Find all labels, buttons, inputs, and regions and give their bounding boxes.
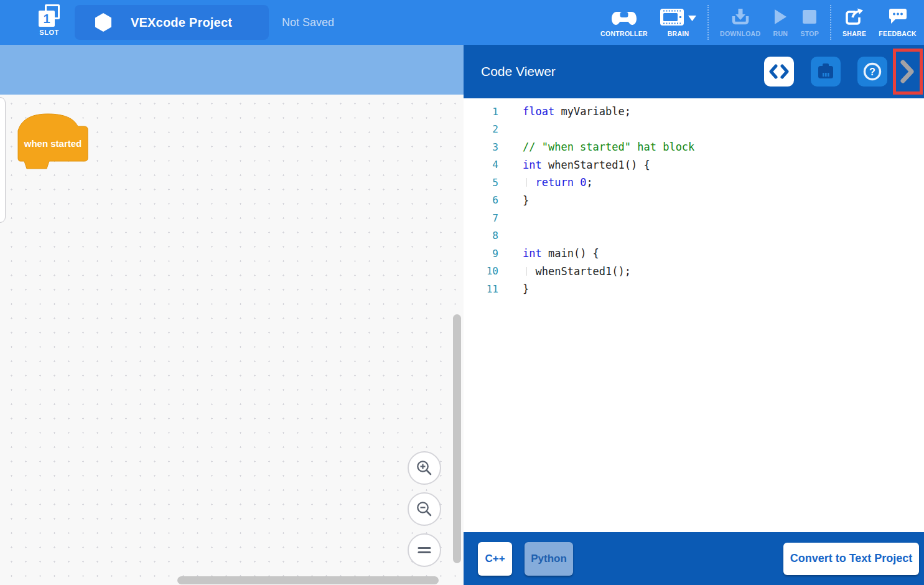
code-text: }	[498, 283, 529, 295]
feedback-button[interactable]: FEEDBACK	[879, 7, 917, 37]
controller-icon	[612, 9, 637, 27]
brain-label: BRAIN	[668, 30, 689, 37]
top-toolbar: 1 SLOT VEXcode Project Not Saved CONTROL…	[0, 0, 924, 45]
code-line: 8	[464, 227, 924, 245]
highlight-red-box	[893, 49, 923, 95]
code-text: // "when started" hat block	[498, 141, 694, 153]
code-text: }	[498, 194, 529, 207]
stop-label: STOP	[800, 30, 819, 37]
line-number: 6	[464, 194, 498, 206]
code-viewer-title: Code Viewer	[481, 45, 556, 98]
indent-guide	[526, 267, 527, 276]
caret-down-icon[interactable]	[688, 12, 696, 24]
when-started-block[interactable]: when started	[17, 113, 89, 171]
share-icon	[845, 8, 864, 28]
line-number: 8	[464, 230, 498, 241]
help-button[interactable]: ?	[857, 57, 887, 87]
download-icon	[731, 9, 750, 27]
share-label: SHARE	[842, 30, 866, 37]
code-viewer-header: Code Viewer ?	[464, 45, 924, 98]
code-viewer-buttons: ?	[764, 57, 904, 87]
slot-icon: 1	[38, 4, 60, 27]
line-number: 3	[464, 141, 498, 153]
controller-label: CONTROLLER	[600, 30, 648, 37]
line-number: 9	[464, 248, 498, 260]
download-label: DOWNLOAD	[720, 30, 760, 37]
slot-label: SLOT	[31, 29, 67, 36]
zoom-out-button[interactable]	[408, 492, 441, 526]
project-title: VEXcode Project	[131, 16, 232, 30]
brain-button[interactable]: BRAIN	[660, 7, 696, 37]
hexagon-icon	[95, 13, 113, 32]
line-number: 5	[464, 177, 498, 189]
run-icon	[773, 9, 788, 27]
zoom-in-icon	[416, 459, 433, 477]
help-icon: ?	[863, 62, 882, 81]
code-text: whenStarted1();	[498, 265, 631, 278]
save-status: Not Saved	[282, 0, 334, 45]
code-text: int main() {	[498, 247, 599, 260]
code-button[interactable]	[764, 57, 794, 87]
canvas-vertical-scrollbar[interactable]	[453, 314, 461, 563]
code-line: 4int whenStarted1() {	[464, 156, 924, 174]
zoom-controls	[408, 451, 441, 574]
brain-device-icon	[816, 63, 835, 80]
line-number: 7	[464, 212, 498, 224]
line-number: 1	[464, 106, 498, 118]
run-button: RUN	[773, 7, 788, 37]
code-line: 7	[464, 209, 924, 227]
code-text: float myVariable;	[498, 105, 631, 118]
code-line: 5 return 0;	[464, 174, 924, 192]
code-line: 10 whenStarted1();	[464, 263, 924, 281]
controller-button[interactable]: CONTROLLER	[600, 7, 648, 37]
toolbar-separator	[830, 5, 831, 40]
canvas-horizontal-scrollbar[interactable]	[177, 576, 439, 584]
slot-button[interactable]: 1 SLOT	[31, 4, 67, 36]
line-number: 10	[464, 265, 498, 277]
code-icon	[769, 63, 789, 80]
download-button: DOWNLOAD	[720, 7, 760, 37]
collapse-button[interactable]	[900, 57, 915, 87]
code-viewer-footer: C++ Python Convert to Text Project	[464, 532, 924, 585]
code-viewer-panel: Code Viewer ? 1float myVariable;23// "wh…	[464, 45, 924, 585]
hat-block-label: when started	[17, 138, 89, 149]
feedback-label: FEEDBACK	[879, 30, 917, 37]
code-text: int whenStarted1() {	[498, 159, 650, 171]
indent-guide	[526, 178, 527, 187]
line-number: 11	[464, 283, 498, 295]
feedback-icon	[889, 9, 907, 27]
brain-code-button[interactable]	[811, 57, 841, 87]
zoom-reset-button[interactable]	[408, 533, 441, 567]
code-line: 1float myVariable;	[464, 103, 924, 121]
convert-to-text-project-button[interactable]: Convert to Text Project	[783, 543, 919, 575]
code-line: 6}	[464, 192, 924, 210]
code-line: 9int main() {	[464, 245, 924, 263]
line-number: 2	[464, 123, 498, 135]
code-text: return 0;	[498, 176, 593, 189]
stop-icon	[803, 10, 816, 26]
palette-edge	[0, 97, 6, 223]
python-tab-button[interactable]: Python	[525, 542, 573, 576]
zoom-reset-icon	[417, 545, 432, 555]
slot-number: 1	[39, 11, 55, 27]
project-title-button[interactable]: VEXcode Project	[75, 5, 269, 40]
stop-button: STOP	[800, 7, 819, 37]
zoom-in-button[interactable]	[408, 451, 441, 485]
code-editor[interactable]: 1float myVariable;23// "when started" ha…	[464, 98, 924, 532]
line-number: 4	[464, 159, 498, 171]
share-button[interactable]: SHARE	[842, 7, 866, 37]
brain-icon	[660, 9, 684, 28]
toolbar-separator	[707, 5, 709, 40]
run-label: RUN	[773, 30, 788, 37]
cpp-tab-button[interactable]: C++	[478, 542, 512, 576]
code-line: 2	[464, 121, 924, 139]
toolbar-actions: CONTROLLERBRAINDOWNLOADRUNSTOPSHAREFEEDB…	[594, 0, 923, 45]
blocks-canvas[interactable]: when started	[0, 95, 464, 585]
code-line: 3// "when started" hat block	[464, 138, 924, 156]
code-line: 11}	[464, 280, 924, 298]
palette-header-strip	[0, 45, 464, 95]
svg-text:?: ?	[869, 67, 875, 77]
zoom-out-icon	[416, 500, 433, 518]
chevron-right-icon	[900, 60, 915, 83]
